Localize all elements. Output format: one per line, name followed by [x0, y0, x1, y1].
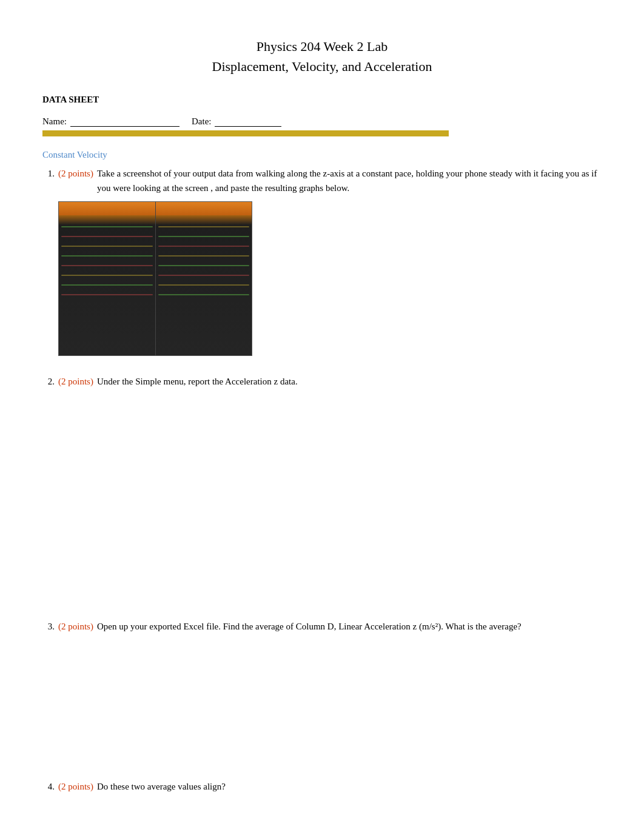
page-title: Physics 204 Week 2 Lab Displacement, Vel…	[42, 36, 602, 76]
question-3-text: Open up your exported Excel file. Find t…	[97, 619, 602, 634]
question-3-number: 3.	[42, 619, 55, 634]
question-4-answer-space	[58, 794, 602, 835]
name-date-row: Name: Date:	[42, 116, 602, 127]
question-1-screenshot	[58, 201, 252, 356]
name-field: Name:	[42, 116, 179, 127]
date-input-line[interactable]	[215, 116, 281, 127]
question-1-points: (2 points)	[58, 166, 93, 181]
question-2-number: 2.	[42, 374, 55, 389]
question-4-text: Do these two average values align?	[97, 779, 602, 794]
question-1-text: Take a screenshot of your output data fr…	[97, 166, 602, 195]
question-2-points: (2 points)	[58, 374, 93, 389]
section-divider-bar	[42, 130, 449, 136]
question-2-text: Under the Simple menu, report the Accele…	[97, 374, 602, 389]
question-3-row: 3. (2 points) Open up your exported Exce…	[42, 619, 602, 634]
name-label: Name:	[42, 116, 67, 127]
section-heading-constant-velocity: Constant Velocity	[42, 150, 602, 160]
date-field: Date:	[192, 116, 281, 127]
question-3-block: 3. (2 points) Open up your exported Exce…	[42, 619, 602, 731]
question-4-block: 4. (2 points) Do these two average value…	[42, 779, 602, 835]
question-3-answer-space	[58, 634, 602, 731]
question-1-row: 1. (2 points) Take a screenshot of your …	[42, 166, 602, 195]
question-4-points: (2 points)	[58, 779, 93, 794]
question-3-points: (2 points)	[58, 619, 93, 634]
question-1-block: 1. (2 points) Take a screenshot of your …	[42, 166, 602, 356]
date-label: Date:	[192, 116, 211, 127]
name-input-line[interactable]	[70, 116, 179, 127]
data-sheet-label: DATA SHEET	[42, 95, 602, 105]
question-2-block: 2. (2 points) Under the Simple menu, rep…	[42, 374, 602, 486]
question-2-row: 2. (2 points) Under the Simple menu, rep…	[42, 374, 602, 389]
question-1-number: 1.	[42, 166, 55, 181]
question-2-answer-space	[58, 389, 602, 486]
question-4-row: 4. (2 points) Do these two average value…	[42, 779, 602, 794]
question-4-number: 4.	[42, 779, 55, 794]
